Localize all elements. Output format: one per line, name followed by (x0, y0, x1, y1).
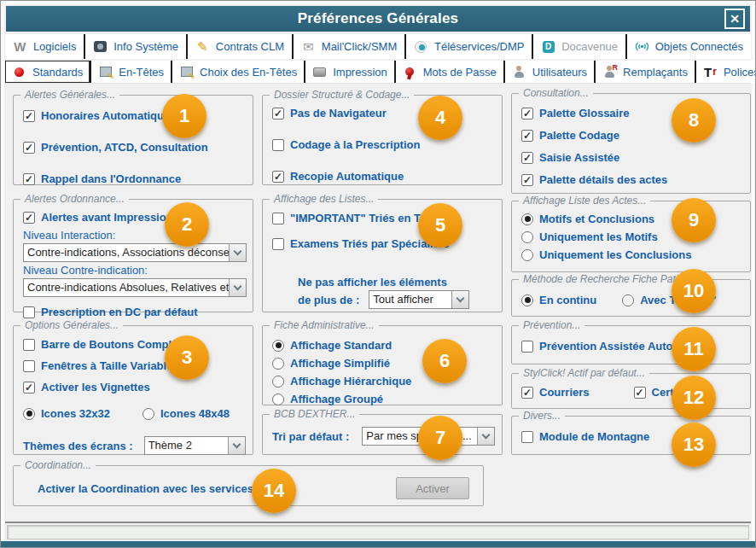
checkbox-icon[interactable] (23, 382, 35, 394)
radio-affichage-hierarchique[interactable]: Affichage Hiérarchique (272, 374, 495, 388)
step-badge-2: 2 (165, 202, 209, 247)
tab-mots-de-passe[interactable]: Mots de Passe (394, 61, 503, 83)
checkbox-icon[interactable] (521, 108, 533, 120)
radio-icon[interactable] (521, 213, 533, 225)
checkbox-recopie-automatique[interactable]: Recopie Automatique (272, 169, 495, 184)
checkbox-icon[interactable] (23, 142, 35, 154)
radio-icon[interactable] (622, 294, 634, 306)
checkbox-icon[interactable] (23, 212, 35, 224)
group-title: BCB DEXTHER... (270, 408, 359, 420)
radio-icon[interactable] (521, 294, 533, 306)
tab-standards[interactable]: Standards (5, 61, 90, 83)
tab-en-tetes[interactable]: En-Têtes (90, 61, 171, 83)
checkbox-icon[interactable] (23, 360, 35, 372)
group-affichage-listes: Affichage des Listes... "IMPORTANT" Trié… (262, 199, 503, 312)
checkbox-codage-prescription[interactable]: Codage à la Prescription (272, 137, 495, 152)
dialog-title: Préférences Générales (298, 10, 459, 27)
checkbox-rappel-ordonnance[interactable]: Rappel dans l'Ordonnance (23, 172, 246, 186)
checkbox-icon[interactable] (272, 171, 284, 183)
checkbox-prescription-dc[interactable]: Prescription en DC par défaut (23, 305, 246, 319)
select-value: Contre-indications Absolues, Relatives e… (24, 279, 229, 296)
checkbox-icon[interactable] (272, 213, 284, 224)
radio-icon[interactable] (272, 358, 284, 370)
checkbox-icon[interactable] (23, 339, 35, 351)
tab-logiciels[interactable]: W Logiciels (5, 34, 84, 59)
radio-icon[interactable] (23, 408, 35, 420)
tab-docavenue[interactable]: D Docavenue (532, 34, 625, 59)
themes-label: Thèmes des écrans : (23, 440, 133, 452)
checkbox-courriers[interactable]: Courriers (521, 385, 590, 399)
radio-uniquement-conclusions[interactable]: Uniquement les Conclusions (521, 248, 743, 262)
tri-defaut-label: Tri par défaut : (272, 430, 349, 443)
tab-contrats-clm[interactable]: ✎ Contrats CLM (186, 34, 292, 59)
checkbox-activer-vignettes[interactable]: Activer les Vignettes (23, 380, 246, 394)
checkbox-saisie-assistee[interactable]: Saisie Assistée (521, 150, 743, 165)
chevron-down-icon[interactable] (477, 428, 494, 445)
tab-teleservices-dmp[interactable]: Téléservices/DMP (404, 34, 532, 59)
close-button[interactable]: ✕ (724, 9, 745, 29)
niveau-interaction-select[interactable]: Contre-indications, Associations déconse… (23, 243, 247, 262)
checkbox-icon[interactable] (272, 139, 284, 151)
radio-icones-32[interactable]: Icones 32x32 (23, 406, 110, 421)
checkbox-icon[interactable] (521, 431, 533, 443)
tab-choix-en-tetes[interactable]: Choix des En-Têtes (171, 61, 304, 83)
group-title: Alertes Générales... (20, 89, 119, 101)
radio-en-continu[interactable]: En continu (521, 293, 596, 307)
checkbox-icon[interactable] (23, 173, 35, 185)
radio-label: Icones 32x32 (41, 407, 110, 420)
checkbox-label: Palette Codage (539, 129, 619, 142)
checkbox-fenetres-taille-variable[interactable]: Fenêtres à Taille Variable (23, 359, 246, 373)
tab-label: Contrats CLM (216, 40, 284, 53)
group-title: StylClick! Actif par défaut... (519, 367, 649, 379)
filter-select[interactable]: Tout afficher (369, 290, 469, 309)
chevron-down-icon[interactable] (451, 291, 468, 308)
tab-objets-connectes[interactable]: Objets Connectés (625, 34, 751, 59)
checkbox-icon[interactable] (521, 152, 533, 164)
pencil-icon: ✎ (195, 40, 210, 54)
themes-select[interactable]: Thème 2 (144, 436, 246, 455)
tab-label: Utilisateurs (532, 66, 587, 79)
checkbox-palette-details-actes[interactable]: Palette détails des actes (521, 172, 743, 187)
radio-icon[interactable] (272, 394, 284, 405)
step-badge-7: 7 (418, 416, 462, 460)
radio-icon[interactable] (272, 340, 284, 352)
radio-icon[interactable] (272, 376, 284, 388)
checkbox-barre-boutons[interactable]: Barre de Boutons Complète (23, 337, 246, 352)
activer-button[interactable]: Activer (396, 477, 469, 499)
checkbox-alertes-avant-impression[interactable]: Alertes avant Impression (23, 210, 246, 224)
checkbox-examens-tries[interactable]: Examens Triés par Spécialités (272, 236, 495, 251)
tab-remplacants[interactable]: R Remplaçants (594, 61, 695, 83)
chevron-down-icon[interactable] (228, 437, 245, 454)
tab-impression[interactable]: Impression (304, 61, 394, 83)
checkbox-icon[interactable] (634, 387, 646, 399)
radio-affichage-groupe[interactable]: Affichage Groupé (272, 392, 495, 406)
checkbox-icon[interactable] (521, 341, 533, 353)
checkbox-honoraires-automatiques[interactable]: Honoraires Automatiques (23, 108, 246, 123)
radio-icon[interactable] (521, 249, 533, 261)
group-liste-actes: Affichage Liste des Actes... Motifs et C… (511, 201, 751, 272)
tab-mailclick-smm[interactable]: ✉ Mail'Click/SMM (292, 34, 404, 59)
tab-info-systeme[interactable]: Info Système (84, 34, 186, 59)
checkbox-icon[interactable] (272, 108, 284, 120)
checkbox-label: Rappel dans l'Ordonnance (41, 172, 181, 185)
checkbox-icon[interactable] (521, 387, 533, 399)
checkbox-icon[interactable] (521, 174, 533, 186)
checkbox-icon[interactable] (272, 238, 284, 250)
niveau-contre-indication-select[interactable]: Contre-indications Absolues, Relatives e… (23, 278, 247, 297)
group-title: Options Générales... (20, 319, 123, 331)
checkbox-label: Fenêtres à Taille Variable (41, 359, 172, 372)
checkbox-icon[interactable] (521, 130, 533, 142)
filter-label-line1: Ne pas afficher les éléments (298, 276, 495, 289)
group-title: Affichage Liste des Actes... (519, 195, 650, 207)
tab-utilisateurs[interactable]: Utilisateurs (503, 61, 594, 83)
chevron-down-icon[interactable] (229, 279, 246, 296)
tab-polices-sons[interactable]: Tr Polices/Sons (695, 61, 756, 83)
radio-icon[interactable] (142, 408, 154, 420)
checkbox-prevention-atcd-consultation[interactable]: Prévention, ATCD, Consultation (23, 140, 246, 154)
checkbox-icon[interactable] (23, 306, 35, 318)
radio-icones-48[interactable]: Icones 48x48 (142, 406, 230, 421)
filter-label-line2: de plus de : (298, 294, 359, 306)
chevron-down-icon[interactable] (229, 244, 246, 261)
checkbox-icon[interactable] (23, 110, 35, 122)
radio-icon[interactable] (521, 231, 533, 243)
